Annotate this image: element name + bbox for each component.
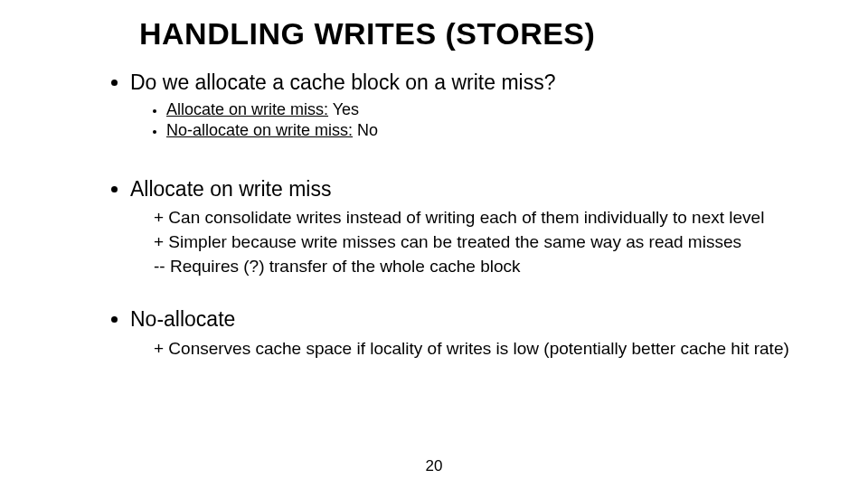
section-2-point-1: + Simpler because write misses can be tr…	[136, 231, 796, 254]
section-3-point-0: + Conserves cache space if locality of w…	[136, 338, 796, 361]
section-2-points: + Can consolidate writes instead of writ…	[136, 207, 796, 277]
section-1-item-1: No-allocate on write miss: No	[166, 120, 796, 141]
section-1-text: Do we allocate a cache block on a write …	[130, 70, 555, 94]
spacer	[108, 279, 796, 306]
section-1-item-1-label: No-allocate on write miss:	[166, 121, 353, 139]
section-1-item-0-label: Allocate on write miss:	[166, 100, 328, 118]
section-1-item-0-answer: Yes	[333, 100, 359, 118]
section-1-heading: Do we allocate a cache block on a write …	[130, 70, 796, 142]
section-3-heading: No-allocate	[130, 306, 796, 333]
slide: HANDLING WRITES (STORES) Do we allocate …	[0, 0, 868, 488]
page-number: 20	[0, 457, 868, 475]
section-2-point-0: + Can consolidate writes instead of writ…	[136, 207, 796, 230]
slide-title: HANDLING WRITES (STORES)	[139, 16, 796, 52]
bullet-list: Do we allocate a cache block on a write …	[108, 70, 796, 142]
section-3-text: No-allocate	[130, 307, 235, 331]
section-3-points: + Conserves cache space if locality of w…	[136, 338, 796, 361]
section-1-item-0: Allocate on write miss: Yes	[166, 99, 796, 120]
section-2-heading: Allocate on write miss	[130, 176, 796, 202]
section-1-sublist: Allocate on write miss: Yes No-allocate …	[130, 99, 796, 142]
bullet-list-3: No-allocate	[108, 306, 796, 333]
section-2-text: Allocate on write miss	[130, 177, 331, 201]
section-1-item-1-answer: No	[357, 121, 378, 139]
section-2-point-2: -- Requires (?) transfer of the whole ca…	[136, 256, 796, 278]
bullet-list-2: Allocate on write miss	[108, 176, 796, 202]
spacer	[108, 145, 796, 176]
